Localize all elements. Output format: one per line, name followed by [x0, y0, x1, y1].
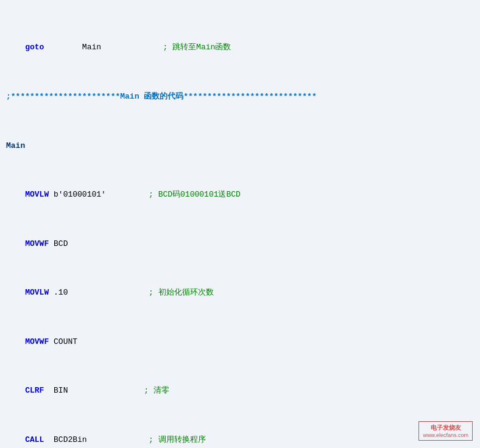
code-editor: goto Main ; 跳转至Main函数 ;*****************…	[0, 0, 480, 448]
watermark-box: 电子发烧友 www.elecfans.com	[418, 421, 473, 441]
line-call-bcd2bin: CALL BCD2Bin ; 调用转换程序	[6, 434, 474, 446]
line-movwf-count: MOVWF COUNT	[6, 336, 474, 348]
line-movwf-bcd: MOVWF BCD	[6, 238, 474, 250]
line-sep-main: ;***********************Main 函数的代码******…	[6, 91, 474, 103]
line-movlw-10: MOVLW .10 ; 初始化循环次数	[6, 287, 474, 299]
watermark: 电子发烧友 www.elecfans.com	[418, 421, 473, 441]
line-movlw-bcd: MOVLW b'01000101' ; BCD码01000101送BCD	[6, 189, 474, 201]
line-goto: goto Main ; 跳转至Main函数	[6, 41, 474, 54]
line-clrf-bin: CLRF BIN ; 清零	[6, 385, 474, 397]
line-main-label: Main	[6, 140, 474, 152]
watermark-url: www.elecfans.com	[423, 432, 468, 438]
watermark-site-name: 电子发烧友	[423, 424, 468, 432]
